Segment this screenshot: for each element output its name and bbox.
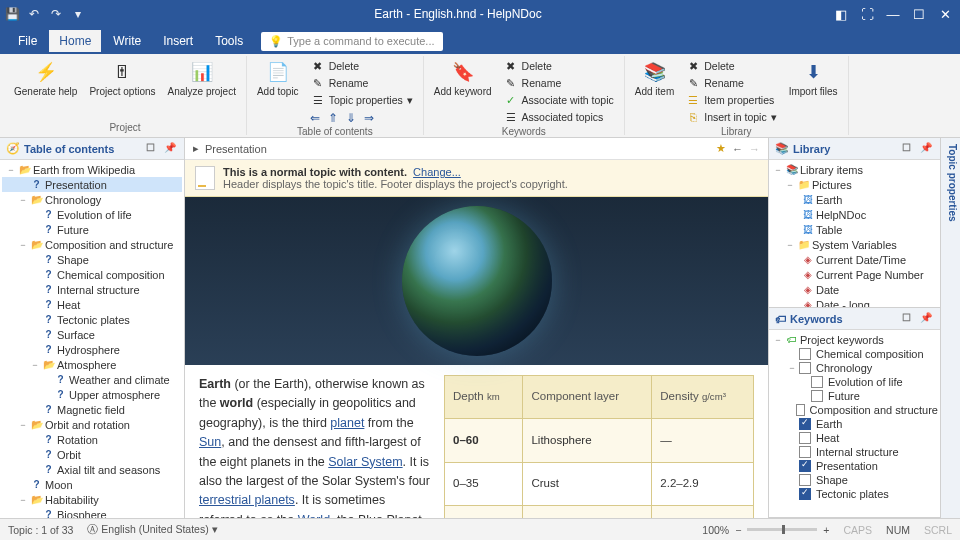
kw-item[interactable]: Composition and structure: [771, 403, 938, 417]
topic-properties-button[interactable]: ☰Topic properties ▾: [307, 92, 417, 108]
lib-group[interactable]: −📁Pictures: [771, 177, 938, 192]
breadcrumb[interactable]: Presentation: [205, 143, 267, 155]
menu-home[interactable]: Home: [49, 30, 101, 52]
toc-node[interactable]: ?Presentation: [2, 177, 182, 192]
toc-node[interactable]: −📂Habitability: [2, 492, 182, 507]
delete-item-button[interactable]: ✖Delete: [682, 58, 780, 74]
kw-item[interactable]: Evolution of life: [771, 375, 938, 389]
toc-node[interactable]: ?Orbit: [2, 447, 182, 462]
panel-menu-icon[interactable]: ☐: [902, 142, 916, 156]
zoom-control[interactable]: 100% − +: [702, 524, 829, 536]
nav-back-icon[interactable]: ←: [732, 143, 743, 155]
command-search[interactable]: 💡Type a command to execute...: [261, 32, 442, 51]
redo-icon[interactable]: ↷: [48, 6, 64, 22]
project-options-button[interactable]: 🎚Project options: [85, 58, 159, 99]
kw-item[interactable]: Internal structure: [771, 445, 938, 459]
toc-node[interactable]: ?Surface: [2, 327, 182, 342]
delete-keyword-button[interactable]: ✖Delete: [500, 58, 618, 74]
toc-node[interactable]: ?Evolution of life: [2, 207, 182, 222]
undo-icon[interactable]: ↶: [26, 6, 42, 22]
kw-item[interactable]: Earth: [771, 417, 938, 431]
menu-file[interactable]: File: [8, 30, 47, 52]
link-planet[interactable]: planet: [330, 416, 364, 430]
link-world[interactable]: World: [298, 513, 330, 518]
rename-keyword-button[interactable]: ✎Rename: [500, 75, 618, 91]
side-tab-topic-properties[interactable]: Topic properties: [940, 138, 960, 518]
close-icon[interactable]: ✕: [934, 4, 956, 24]
toc-node[interactable]: ?Hydrosphere: [2, 342, 182, 357]
kw-item[interactable]: Future: [771, 389, 938, 403]
item-properties-button[interactable]: ☰Item properties: [682, 92, 780, 108]
panel-menu-icon[interactable]: ☐: [902, 312, 916, 326]
lib-item[interactable]: 🖼Table: [771, 222, 938, 237]
panel-menu-icon[interactable]: ☐: [146, 142, 160, 156]
add-keyword-button[interactable]: 🔖Add keyword: [430, 58, 496, 99]
associate-keyword-button[interactable]: ✓Associate with topic: [500, 92, 618, 108]
link-sun[interactable]: Sun: [199, 435, 221, 449]
help-icon[interactable]: ◧: [830, 4, 852, 24]
maximize-icon[interactable]: ☐: [908, 4, 930, 24]
kw-item[interactable]: Chemical composition: [771, 347, 938, 361]
keywords-tree[interactable]: −🏷Project keywordsChemical composition−C…: [769, 330, 940, 517]
kw-item[interactable]: −Chronology: [771, 361, 938, 375]
move-up-icon[interactable]: ⇑: [325, 111, 341, 125]
nav-fwd-icon[interactable]: →: [749, 143, 760, 155]
toc-node[interactable]: ?Weather and climate: [2, 372, 182, 387]
rename-item-button[interactable]: ✎Rename: [682, 75, 780, 91]
generate-help-button[interactable]: ⚡Generate help: [10, 58, 81, 99]
lang-indicator[interactable]: Ⓐ English (United States) ▾: [87, 523, 217, 537]
zoom-slider[interactable]: [747, 528, 817, 531]
move-right-icon[interactable]: ⇒: [361, 111, 377, 125]
toc-node[interactable]: −📂Chronology: [2, 192, 182, 207]
associated-topics-button[interactable]: ☰Associated topics: [500, 109, 618, 125]
toc-node[interactable]: ?Chemical composition: [2, 267, 182, 282]
toc-node[interactable]: −📂Orbit and rotation: [2, 417, 182, 432]
toc-node[interactable]: ?Heat: [2, 297, 182, 312]
kw-root[interactable]: −🏷Project keywords: [771, 332, 938, 347]
toc-node[interactable]: −📂Earth from Wikipedia: [2, 162, 182, 177]
kw-item[interactable]: Shape: [771, 473, 938, 487]
breadcrumb-caret-icon[interactable]: ▸: [193, 142, 199, 155]
move-down-icon[interactable]: ⇓: [343, 111, 359, 125]
toc-node[interactable]: ?Internal structure: [2, 282, 182, 297]
lib-item[interactable]: 🖼Earth: [771, 192, 938, 207]
lib-group[interactable]: −📁System Variables: [771, 237, 938, 252]
zoom-in-icon[interactable]: +: [823, 524, 829, 536]
toc-node[interactable]: ?Moon: [2, 477, 182, 492]
library-tree[interactable]: −📚Library items−📁Pictures🖼Earth🖼HelpNDoc…: [769, 160, 940, 307]
kw-item[interactable]: Heat: [771, 431, 938, 445]
fullscreen-icon[interactable]: ⛶: [856, 4, 878, 24]
rename-topic-button[interactable]: ✎Rename: [307, 75, 417, 91]
analyze-project-button[interactable]: 📊Analyze project: [164, 58, 240, 99]
panel-pin-icon[interactable]: 📌: [164, 142, 178, 156]
toc-node[interactable]: ?Magnetic field: [2, 402, 182, 417]
toc-tree[interactable]: −📂Earth from Wikipedia?Presentation−📂Chr…: [0, 160, 184, 518]
lib-item[interactable]: ◈Current Date/Time: [771, 252, 938, 267]
zoom-out-icon[interactable]: −: [735, 524, 741, 536]
move-left-icon[interactable]: ⇐: [307, 111, 323, 125]
toc-node[interactable]: ?Axial tilt and seasons: [2, 462, 182, 477]
link-terrestrial[interactable]: terrestrial planets: [199, 493, 295, 507]
lib-item[interactable]: ◈Date - long: [771, 297, 938, 307]
kw-item[interactable]: Tectonic plates: [771, 487, 938, 501]
insert-in-topic-button[interactable]: ⎘Insert in topic ▾: [682, 109, 780, 125]
minimize-icon[interactable]: —: [882, 4, 904, 24]
link-solar-system[interactable]: Solar System: [328, 455, 402, 469]
toc-node[interactable]: ?Upper atmosphere: [2, 387, 182, 402]
toc-node[interactable]: ?Biosphere: [2, 507, 182, 518]
menu-write[interactable]: Write: [103, 30, 151, 52]
add-item-button[interactable]: 📚Add item: [631, 58, 678, 99]
toc-node[interactable]: −📂Composition and structure: [2, 237, 182, 252]
lib-item[interactable]: ◈Current Page Number: [771, 267, 938, 282]
delete-topic-button[interactable]: ✖Delete: [307, 58, 417, 74]
lib-item[interactable]: 🖼HelpNDoc: [771, 207, 938, 222]
star-icon[interactable]: ★: [716, 142, 726, 155]
panel-pin-icon[interactable]: 📌: [920, 312, 934, 326]
save-icon[interactable]: 💾: [4, 6, 20, 22]
import-files-button[interactable]: ⬇Import files: [785, 58, 842, 99]
add-topic-button[interactable]: 📄Add topic: [253, 58, 303, 99]
toc-node[interactable]: ?Tectonic plates: [2, 312, 182, 327]
toc-node[interactable]: ?Shape: [2, 252, 182, 267]
menu-tools[interactable]: Tools: [205, 30, 253, 52]
qat-dropdown-icon[interactable]: ▾: [70, 6, 86, 22]
